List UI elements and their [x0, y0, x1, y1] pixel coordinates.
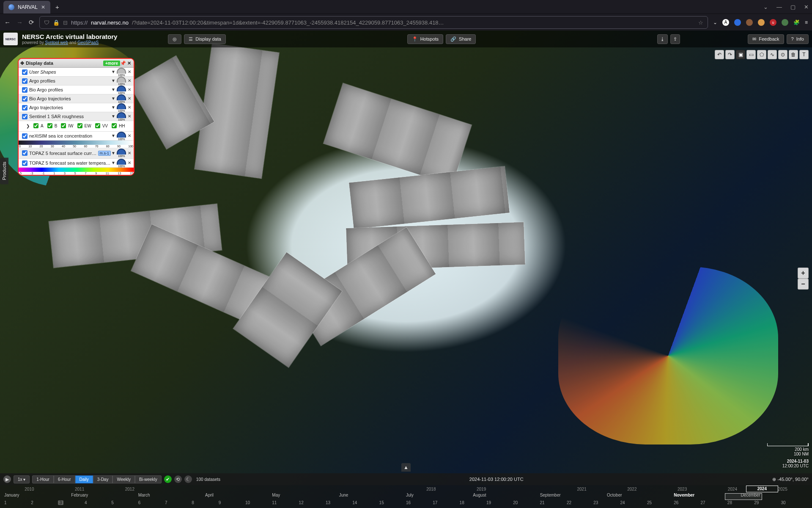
- extensions-icon[interactable]: 🧩: [793, 19, 800, 25]
- day-tick[interactable]: 27: [701, 500, 727, 508]
- day-tick[interactable]: 25: [647, 500, 674, 508]
- chevron-down-icon[interactable]: ⌄: [763, 4, 768, 10]
- opacity-arc-icon[interactable]: [117, 77, 126, 83]
- draw-poly-icon[interactable]: ⬠: [757, 50, 766, 59]
- month-tick[interactable]: May: [272, 493, 339, 500]
- ext-icon-5[interactable]: u: [770, 19, 776, 26]
- filter-icon[interactable]: ▼: [111, 78, 116, 83]
- day-tick[interactable]: 2: [31, 500, 58, 508]
- day-tick[interactable]: 8: [192, 500, 218, 508]
- ext-icon-1[interactable]: A: [722, 19, 729, 26]
- month-tick[interactable]: April: [205, 493, 272, 500]
- ext-icon-4[interactable]: [758, 19, 765, 26]
- link-syntool[interactable]: Syntool web: [45, 40, 68, 45]
- day-tick[interactable]: 16: [406, 500, 433, 508]
- month-tick[interactable]: January: [4, 493, 71, 500]
- zoom-out-icon[interactable]: −: [798, 279, 809, 290]
- timeline[interactable]: 2010201120122018201920212022202320242025…: [0, 485, 812, 508]
- display-data-button[interactable]: ☰Display data: [184, 34, 226, 44]
- draw-rect-icon[interactable]: ▭: [746, 50, 756, 59]
- filter-icon[interactable]: ▼: [111, 114, 116, 119]
- confirm-icon[interactable]: ✔: [164, 475, 172, 483]
- filter-icon[interactable]: ▼: [111, 160, 116, 166]
- day-tick[interactable]: 28: [727, 500, 754, 508]
- remove-icon[interactable]: ✕: [127, 87, 132, 92]
- redo-icon[interactable]: ↷: [725, 50, 735, 59]
- layer-checkbox[interactable]: [22, 96, 27, 102]
- day-tick[interactable]: 7: [165, 500, 192, 508]
- month-tick[interactable]: June: [339, 493, 406, 500]
- measure-icon[interactable]: 🗑: [789, 50, 798, 59]
- day-tick[interactable]: 30: [781, 500, 808, 508]
- layer-row[interactable]: Bio Argo trajectories▼100%✕: [19, 94, 134, 103]
- day-tick[interactable]: 3: [58, 500, 85, 508]
- month-tick[interactable]: September: [540, 493, 607, 500]
- day-tick[interactable]: 15: [379, 500, 406, 508]
- opacity-arc-icon[interactable]: [117, 68, 126, 74]
- hotspots-button[interactable]: 📍Hotspots: [407, 34, 443, 44]
- layer-row[interactable]: TOPAZ 5 forecast sea water temperature▼1…: [19, 159, 134, 168]
- url-bar[interactable]: 🛡 🔒 ⊟ https://narval.nersc.no/?date=2024…: [39, 16, 708, 29]
- timespan-pill[interactable]: Daily: [75, 475, 93, 483]
- play-button[interactable]: ▶: [3, 475, 11, 483]
- home-button[interactable]: ◎: [168, 34, 181, 44]
- ext-icon-2[interactable]: [734, 19, 741, 26]
- ext-icon-6[interactable]: [782, 19, 788, 26]
- day-tick[interactable]: 22: [567, 500, 593, 508]
- sar-opt[interactable]: VV: [93, 122, 108, 130]
- close-window-icon[interactable]: ✕: [804, 4, 809, 10]
- text-tool-icon[interactable]: T: [799, 50, 809, 59]
- day-tick[interactable]: 10: [245, 500, 272, 508]
- day-tick[interactable]: 20: [513, 500, 540, 508]
- sar-opt[interactable]: EW: [76, 122, 91, 130]
- year-selected[interactable]: 2024: [746, 486, 778, 492]
- chevron-right-icon[interactable]: ❯: [26, 124, 30, 128]
- unit-badge[interactable]: m.s-1: [98, 151, 111, 156]
- day-tick[interactable]: 11: [272, 500, 299, 508]
- remove-icon[interactable]: ✕: [127, 151, 132, 156]
- layer-checkbox[interactable]: [22, 160, 27, 166]
- layer-checkbox[interactable]: [22, 78, 27, 84]
- close-tab-icon[interactable]: ✕: [41, 4, 45, 10]
- layer-row[interactable]: neXtSIM sea ice concentration▼100%✕: [19, 132, 134, 141]
- layer-row[interactable]: User Shapes▼100%✕: [19, 68, 134, 77]
- day-tick[interactable]: 5: [111, 500, 138, 508]
- day-tick[interactable]: 29: [754, 500, 781, 508]
- month-tick[interactable]: October: [607, 493, 674, 500]
- back-icon[interactable]: ←: [4, 19, 11, 26]
- day-tick[interactable]: 17: [433, 500, 459, 508]
- remove-icon[interactable]: ✕: [127, 105, 132, 110]
- year-tick[interactable]: 2019: [456, 487, 507, 491]
- day-tick[interactable]: 24: [620, 500, 647, 508]
- day-tick[interactable]: 14: [352, 500, 379, 508]
- speed-selector[interactable]: 1x ▾: [14, 475, 30, 483]
- opacity-arc-icon[interactable]: [117, 159, 126, 165]
- day-tick[interactable]: 6: [138, 500, 165, 508]
- filter-icon[interactable]: ▼: [111, 151, 116, 156]
- day-tick[interactable]: 18: [460, 500, 486, 508]
- timespan-pill[interactable]: Bi-weekly: [135, 475, 162, 483]
- more-button[interactable]: +more: [103, 61, 120, 66]
- day-tick[interactable]: 12: [299, 500, 326, 508]
- export-button[interactable]: ⇪: [670, 34, 680, 44]
- share-button[interactable]: 🔗Share: [446, 34, 476, 44]
- zoom-in-icon[interactable]: +: [798, 268, 809, 279]
- day-tick[interactable]: 9: [219, 500, 245, 508]
- day-tick[interactable]: 1: [4, 500, 31, 508]
- ext-icon-3[interactable]: [746, 19, 753, 26]
- layer-row[interactable]: Argo profiles▼100%✕: [19, 77, 134, 86]
- products-tab[interactable]: Products: [0, 157, 8, 184]
- year-tick[interactable]: 2011: [55, 487, 105, 491]
- remove-icon[interactable]: ✕: [127, 160, 132, 166]
- opacity-arc-icon[interactable]: [117, 112, 126, 118]
- layer-checkbox[interactable]: [22, 105, 27, 110]
- year-tick[interactable]: 2010: [4, 487, 55, 491]
- new-tab-icon[interactable]: +: [55, 3, 59, 11]
- day-tick[interactable]: 26: [674, 500, 700, 508]
- year-tick[interactable]: 2023: [657, 487, 708, 491]
- import-button[interactable]: ⭳: [657, 34, 668, 44]
- info-button[interactable]: ?Info: [787, 34, 809, 44]
- layer-row[interactable]: Bio Argo profiles▼100%✕: [19, 86, 134, 94]
- layer-checkbox[interactable]: [22, 150, 27, 156]
- year-tick[interactable]: 2018: [406, 487, 456, 491]
